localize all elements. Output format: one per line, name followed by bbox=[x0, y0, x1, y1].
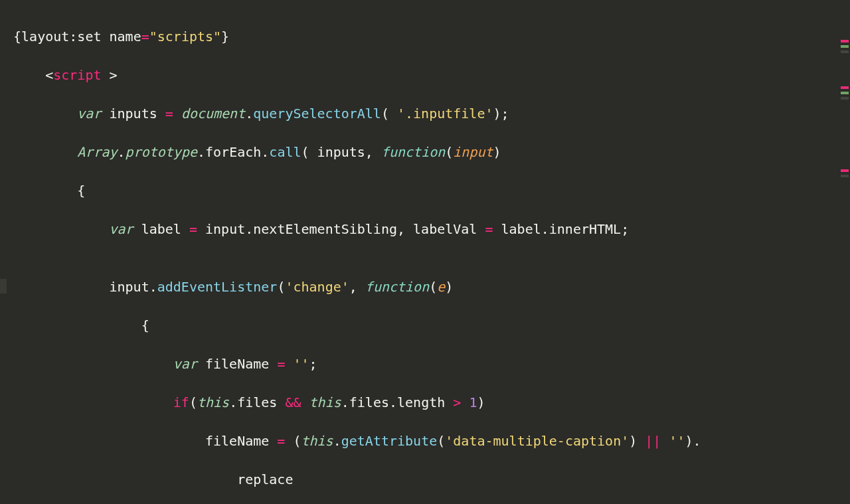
minimap[interactable] bbox=[838, 0, 850, 504]
code-line[interactable]: if(this.files && this.files.length > 1) bbox=[13, 393, 850, 412]
minimap-marker bbox=[841, 45, 849, 48]
gutter-marker bbox=[0, 279, 7, 294]
minimap-marker bbox=[841, 50, 849, 53]
code-line[interactable]: var inputs = document.querySelectorAll( … bbox=[13, 104, 850, 124]
minimap-marker bbox=[841, 92, 849, 94]
minimap-marker bbox=[841, 97, 849, 100]
minimap-marker bbox=[841, 40, 849, 42]
code-line[interactable]: { bbox=[13, 316, 850, 335]
code-editor[interactable]: {layout:set name="scripts"} <script > va… bbox=[0, 0, 850, 504]
minimap-marker bbox=[841, 175, 849, 177]
code-line[interactable]: {layout:set name="scripts"} bbox=[13, 27, 850, 46]
code-line[interactable]: Array.prototype.forEach.call( inputs, fu… bbox=[13, 143, 850, 162]
minimap-marker bbox=[841, 169, 849, 172]
code-line[interactable]: { bbox=[13, 181, 850, 201]
code-line[interactable]: fileName = (this.getAttribute('data-mult… bbox=[13, 432, 850, 451]
code-line[interactable]: <script > bbox=[13, 66, 850, 85]
code-line[interactable]: var fileName = ''; bbox=[13, 355, 850, 374]
code-line[interactable]: input.addEventListner('change', function… bbox=[13, 278, 850, 297]
minimap-marker bbox=[841, 86, 849, 89]
code-line[interactable]: var label = input.nextElementSibling, la… bbox=[13, 220, 850, 239]
code-line[interactable]: replace bbox=[13, 470, 850, 489]
